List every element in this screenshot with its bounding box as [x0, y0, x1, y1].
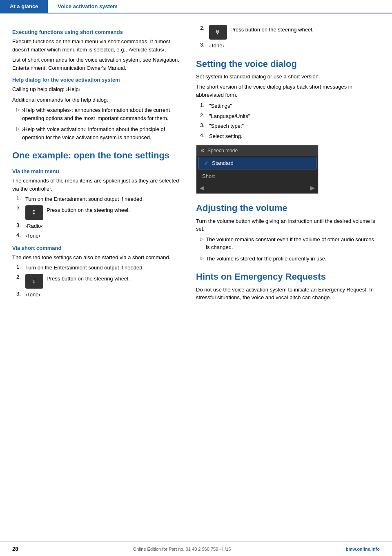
step-6-num: 2.: [16, 274, 25, 280]
help-bullet-2-text: ›Help with voice activation‹: informatio…: [22, 125, 180, 141]
step-7: 3. ›Tone‹: [12, 291, 180, 299]
section-help-dialog-para2: Additional commands for the help dialog:: [12, 96, 180, 104]
step-5-text: Turn on the Entertainment sound output i…: [25, 264, 144, 272]
steering-wheel-button-icon-2: 🎙: [25, 274, 43, 289]
volume-bullet-2-text: The volume is stored for the profile cur…: [206, 255, 327, 263]
right-step-3-num: 3.: [200, 42, 209, 50]
bullet-arrow-icon-1: ▷: [16, 107, 20, 122]
speech-mode-standard-option: ✓ Standard: [198, 157, 316, 169]
step-3-text: ›Radio‹: [25, 222, 43, 230]
volume-bullet-2: ▷ The volume is stored for the profile c…: [196, 255, 376, 263]
section-example-heading: One example: open the tone settings: [12, 150, 180, 161]
page-header: At a glance Voice activation system: [0, 0, 392, 13]
vd-step-2-num: 2.: [200, 112, 209, 120]
section-voice-dialog-para1: Set system to standard dialog or use a s…: [196, 73, 376, 81]
section-main-menu-para: The commands of the menu items are spoke…: [12, 177, 180, 193]
speech-mode-short-option: Short: [196, 170, 318, 182]
section-volume-para: Turn the volume button while giving an i…: [196, 217, 376, 233]
vd-step-4-text: Select setting.: [209, 132, 243, 140]
volume-bullet-arrow-1: ▷: [200, 236, 203, 251]
step-4-num: 4.: [16, 232, 25, 240]
section-help-dialog-heading: Help dialog for the voice activation sys…: [12, 77, 180, 83]
left-column: Executing functions using short commands…: [0, 22, 188, 312]
vd-step-3: 3. "Speech type:": [196, 122, 376, 130]
steering-wheel-button-icon-3: 🎙: [209, 25, 227, 40]
steering-wheel-button-icon-1: 🎙: [25, 205, 43, 220]
section-short-command-heading: Via short command: [12, 245, 180, 251]
section-voice-dialog-para2: The short version of the voice dialog pl…: [196, 83, 376, 99]
right-step-3: 3. ›Tone‹: [196, 42, 376, 50]
speech-mode-icon: ⚙: [200, 148, 205, 153]
speech-mode-nav: ◀ ▶: [196, 182, 318, 193]
step-1: 1. Turn on the Entertainment sound outpu…: [12, 195, 180, 203]
help-bullet-1-text: ›Help with examples‹: announces informat…: [22, 106, 180, 122]
vd-step-1-text: "Settings": [209, 102, 232, 110]
right-step-3-text: ›Tone‹: [209, 42, 224, 50]
section-executing-heading: Executing functions using short commands: [12, 29, 180, 35]
section-help-dialog-para1: Calling up help dialog: ›Help‹: [12, 85, 180, 93]
step-6: 2. 🎙 Press button on the steering wheel.: [12, 274, 180, 289]
section-emergency-heading: Hints on Emergency Requests: [196, 271, 376, 282]
step-5: 1. Turn on the Entertainment sound outpu…: [12, 264, 180, 272]
vd-step-4-num: 4.: [200, 132, 209, 140]
section-short-command-para: The desired tone settings can also be st…: [12, 254, 180, 262]
right-step-2-num: 2.: [200, 25, 209, 31]
right-column: 2. 🎙 Press button on the steering wheel.…: [188, 22, 384, 312]
step-2: 2. 🎙 Press button on the steering wheel.: [12, 205, 180, 220]
step-5-num: 1.: [16, 264, 25, 272]
step-1-text: Turn on the Entertainment sound output i…: [25, 195, 144, 203]
help-bullet-1: ▷ ›Help with examples‹: announces inform…: [12, 106, 180, 122]
nav-right-icon: ▶: [310, 185, 315, 191]
section-executing-para1: Execute functions on the main menu via s…: [12, 38, 180, 53]
page-footer: 28 Online Edition for Part no. 01 40 2 9…: [0, 541, 392, 556]
speech-mode-display: ⚙ Speech mode ✓ Standard Short ◀ ▶: [196, 145, 318, 194]
speech-mode-title-text: Speech mode: [207, 148, 238, 153]
vd-step-2: 2. "Language/Units": [196, 112, 376, 120]
help-bullet-2: ▷ ›Help with voice activation‹: informat…: [12, 125, 180, 141]
step-3-num: 3.: [16, 222, 25, 230]
volume-bullet-1-text: The volume remains constant even if the …: [206, 236, 376, 251]
section-emergency-para: Do not use the voice activation system t…: [196, 286, 376, 302]
step-6-text: Press button on the steering wheel.: [47, 274, 130, 283]
page-number: 28: [12, 546, 18, 552]
step-2-num: 2.: [16, 205, 25, 211]
vd-step-3-num: 3.: [200, 122, 209, 130]
vd-step-1-num: 1.: [200, 102, 209, 110]
vd-step-1: 1. "Settings": [196, 102, 376, 110]
tab-voice-activation[interactable]: Voice activation system: [48, 0, 127, 13]
main-content: Executing functions using short commands…: [0, 13, 392, 312]
section-volume-heading: Adjusting the volume: [196, 203, 376, 214]
right-step-2: 2. 🎙 Press button on the steering wheel.: [196, 25, 376, 40]
step-2-text: Press button on the steering wheel.: [47, 205, 130, 214]
bullet-arrow-icon-2: ▷: [16, 126, 20, 141]
step-4: 4. ›Tone‹: [12, 232, 180, 240]
step-7-num: 3.: [16, 291, 25, 299]
vd-step-2-text: "Language/Units": [209, 112, 250, 120]
vd-step-3-text: "Speech type:": [209, 122, 244, 130]
right-step-2-text: Press button on the steering wheel.: [230, 25, 314, 34]
speech-mode-standard-text: Standard: [212, 160, 234, 166]
step-7-text: ›Tone‹: [25, 291, 40, 299]
nav-left-icon: ◀: [200, 185, 204, 191]
tab-at-a-glance[interactable]: At a glance: [0, 0, 48, 13]
speech-mode-title-bar: ⚙ Speech mode: [196, 145, 318, 156]
section-main-menu-heading: Via the main menu: [12, 168, 180, 174]
vd-step-4: 4. Select setting.: [196, 132, 376, 140]
footer-online-edition: Online Edition for Part no. 01 40 2 960 …: [133, 547, 231, 552]
volume-bullet-1: ▷ The volume remains constant even if th…: [196, 236, 376, 251]
speech-mode-short-text: Short: [202, 173, 215, 179]
volume-bullet-arrow-2: ▷: [200, 256, 203, 263]
step-1-num: 1.: [16, 195, 25, 203]
footer-logo: bmw.online.info: [346, 547, 380, 552]
section-voice-dialog-heading: Setting the voice dialog: [196, 59, 376, 69]
checkmark-icon: ✓: [204, 160, 209, 166]
step-4-text: ›Tone‹: [25, 232, 40, 240]
section-executing-para2: List of short commands for the voice act…: [12, 56, 180, 72]
step-3: 3. ›Radio‹: [12, 222, 180, 230]
